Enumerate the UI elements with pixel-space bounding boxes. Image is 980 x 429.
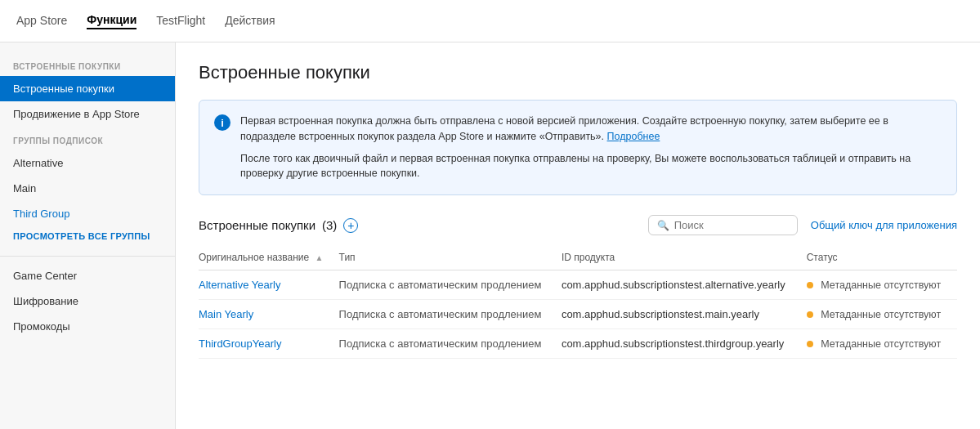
sidebar-section-subscriptions: Группы подписок (0, 127, 175, 150)
row-product-id-1: com.apphud.subscriptionstest.main.yearly (562, 300, 807, 329)
row-status-0: Метаданные отсутствуют (807, 270, 957, 300)
info-link[interactable]: Подробнее (607, 131, 660, 142)
status-text-0: Метаданные отсутствуют (821, 279, 941, 291)
info-box-text: Первая встроенная покупка должна быть от… (240, 114, 942, 181)
nav-testflight[interactable]: TestFlight (156, 14, 205, 29)
sidebar-item-in-app-purchases[interactable]: Встроенные покупки (0, 76, 175, 101)
main-content: Встроенные покупки i Первая встроенная п… (176, 42, 980, 429)
col-name: Оригинальное название ▲ (199, 245, 339, 270)
row-type-2: Подписка с автоматическим продлением (339, 329, 562, 359)
status-text-2: Метаданные отсутствуют (821, 338, 941, 350)
nav-functions[interactable]: Функции (87, 13, 136, 29)
sidebar-item-view-all-groups[interactable]: Просмотреть все группы (0, 226, 175, 249)
sidebar-item-main[interactable]: Main (0, 176, 175, 201)
nav-actions[interactable]: Действия (225, 14, 275, 29)
sidebar-section-iap: Встроенные покупки (0, 52, 175, 76)
status-dot-1 (807, 311, 813, 318)
row-type-0: Подписка с автоматическим продлением (339, 270, 562, 300)
status-text-1: Метаданные отсутствуют (821, 309, 941, 320)
row-name-2[interactable]: ThirdGroupYearly (199, 329, 339, 359)
row-product-id-2: com.apphud.subscriptionstest.thirdgroup.… (562, 329, 807, 359)
sidebar-item-game-center[interactable]: Game Center (0, 263, 175, 288)
table-row: ThirdGroupYearly Подписка с автоматическ… (199, 329, 957, 359)
table-title: Встроенные покупки (3) + (199, 218, 358, 233)
info-line2: После того как двоичный файл и первая вс… (240, 151, 942, 182)
sidebar-item-encryption[interactable]: Шифрование (0, 288, 175, 314)
table-row: Main Yearly Подписка с автоматическим пр… (199, 300, 957, 329)
shared-key-link[interactable]: Общий ключ для приложения (811, 219, 957, 231)
row-status-1: Метаданные отсутствуют (807, 300, 957, 329)
top-navigation: App Store Функции TestFlight Действия (0, 0, 980, 42)
status-dot-2 (807, 341, 813, 347)
col-type: Тип (339, 245, 562, 270)
info-line1: Первая встроенная покупка должна быть от… (240, 115, 888, 142)
table-title-text: Встроенные покупки (199, 218, 315, 232)
info-icon: i (214, 114, 230, 131)
sidebar-item-alternative[interactable]: Alternative (0, 150, 175, 176)
page-title: Встроенные покупки (199, 62, 957, 83)
col-product-id: ID продукта (562, 245, 807, 270)
info-box: i Первая встроенная покупка должна быть … (199, 100, 957, 195)
search-input[interactable] (674, 219, 789, 231)
search-box: 🔍 (648, 215, 798, 235)
row-type-1: Подписка с автоматическим продлением (339, 300, 562, 329)
row-name-1[interactable]: Main Yearly (199, 300, 339, 329)
table-count: (3) (322, 218, 337, 232)
table-header: Оригинальное название ▲ Тип ID продукта … (199, 245, 957, 270)
row-product-id-0: com.apphud.subscriptionstest.alternative… (562, 270, 807, 300)
sidebar-divider (0, 256, 175, 257)
status-dot-0 (807, 282, 813, 288)
sort-arrow-name: ▲ (315, 253, 324, 262)
table-header-row: Встроенные покупки (3) + 🔍 Общий ключ дл… (199, 215, 957, 235)
row-name-0[interactable]: Alternative Yearly (199, 270, 339, 300)
row-status-2: Метаданные отсутствуют (807, 329, 957, 359)
table-controls: 🔍 Общий ключ для приложения (648, 215, 957, 235)
sidebar: Встроенные покупки Встроенные покупки Пр… (0, 42, 176, 429)
col-status: Статус (807, 245, 957, 270)
nav-app-store[interactable]: App Store (16, 14, 67, 29)
add-purchase-button[interactable]: + (343, 218, 358, 233)
table-row: Alternative Yearly Подписка с автоматиче… (199, 270, 957, 300)
sidebar-item-promo-codes[interactable]: Промокоды (0, 314, 175, 339)
search-icon: 🔍 (657, 220, 669, 231)
sidebar-item-third-group[interactable]: Third Group (0, 201, 175, 226)
main-layout: Встроенные покупки Встроенные покупки Пр… (0, 42, 980, 429)
purchases-table: Оригинальное название ▲ Тип ID продукта … (199, 245, 957, 359)
sidebar-item-app-store-promo[interactable]: Продвижение в App Store (0, 101, 175, 127)
